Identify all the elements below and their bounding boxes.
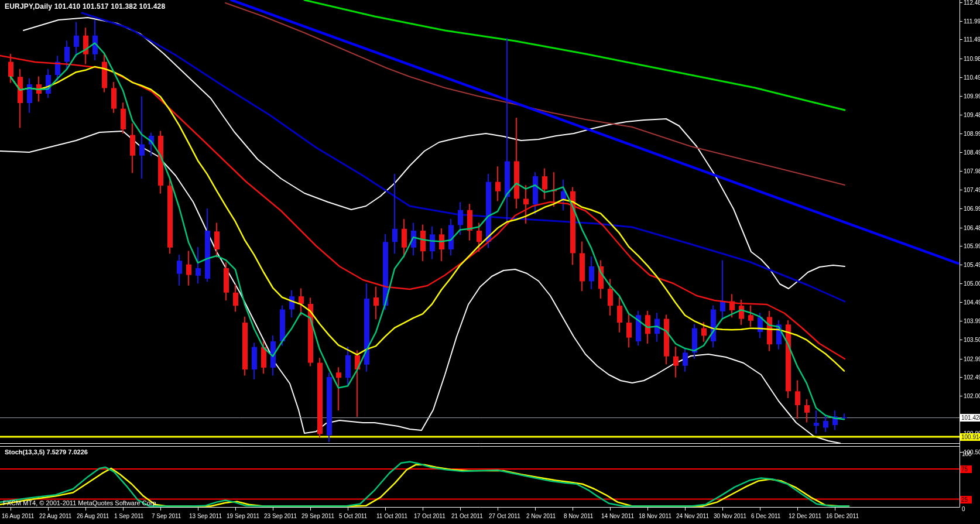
axis-tick-label: 7 Sep 2011 <box>152 513 181 519</box>
axis-tick-label: 13 Sep 2011 <box>189 513 222 519</box>
axis-tick-label: 100 <box>962 451 972 457</box>
axis-tick-label: 108.990 <box>964 131 980 137</box>
axis-tick-label: 106.995 <box>964 206 980 212</box>
stoch-level-75-badge: 75 <box>960 465 972 473</box>
axis-tick-label: 12 Dec 2011 <box>789 513 821 519</box>
current-price-badge: 101.428 <box>960 414 980 422</box>
axis-tick-label: 26 Aug 2011 <box>77 513 109 519</box>
axis-tick-label: 108.495 <box>964 149 980 156</box>
axis-tick-label: 6 Dec 2011 <box>751 513 780 519</box>
axis-tick-label: 16 Dec 2011 <box>826 513 859 519</box>
axis-tick-label: 111.990 <box>964 18 980 25</box>
axis-tick-label: 105.495 <box>964 262 980 268</box>
axis-tick-label: 21 Oct 2011 <box>451 513 483 519</box>
axis-tick-label: 105.000 <box>964 280 980 287</box>
axis-tick-label: 24 Nov 2011 <box>676 513 709 519</box>
axis-tick-label: 8 Nov 2011 <box>564 513 593 519</box>
axis-tick-label: 30 Nov 2011 <box>714 513 746 519</box>
axis-tick-label: 102.495 <box>964 374 980 381</box>
axis-tick-label: 107.985 <box>964 168 980 174</box>
axis-tick-label: 111.495 <box>964 36 980 43</box>
axis-tick-label: 110.985 <box>964 56 980 62</box>
axis-tick-label: 2 Nov 2011 <box>526 513 556 519</box>
support-price-badge: 100.914 <box>960 433 980 441</box>
axis-tick-label: 106.485 <box>964 225 980 231</box>
stoch-indicator-label: Stoch(13,3,5) 7.5279 7.0226 <box>5 448 88 455</box>
axis-tick-label: 22 Aug 2011 <box>39 513 71 519</box>
copyright-label: FXCM MT4, © 2001-2011 MetaQuotes Softwar… <box>3 499 158 506</box>
axis-tick-label: 11 Oct 2011 <box>376 513 407 519</box>
axis-tick-label: 105.990 <box>964 243 980 249</box>
mt4-chart-window: EURJPY,Daily 101.410 101.517 101.382 101… <box>0 0 980 524</box>
axis-tick-label: 102.000 <box>964 393 980 399</box>
axis-tick-label: 103.500 <box>964 337 980 343</box>
axis-tick-label: 107.490 <box>964 187 980 193</box>
axis-tick-label: 17 Oct 2011 <box>414 513 446 519</box>
axis-tick-label: 14 Nov 2011 <box>601 513 634 519</box>
axis-tick-label: 102.990 <box>964 356 980 362</box>
axis-tick-label: 103.995 <box>964 318 980 324</box>
axis-tick-label: 112.485 <box>964 0 980 6</box>
axis-tick-label: 1 Sep 2011 <box>114 513 143 519</box>
axis-tick-label: 104.490 <box>964 299 980 306</box>
stoch-level-25-badge: 25 <box>960 496 972 504</box>
axis-tick-label: 109.995 <box>964 93 980 100</box>
axis-tick-label: 19 Sep 2011 <box>227 513 259 519</box>
axis-tick-label: 18 Nov 2011 <box>639 513 671 519</box>
axis-tick-label: 27 Oct 2011 <box>489 513 520 519</box>
chart-title: EURJPY,Daily 101.410 101.517 101.382 101… <box>5 2 165 11</box>
axis-tick-label: 5 Oct 2011 <box>339 513 367 519</box>
chart-canvas[interactable] <box>0 0 980 524</box>
axis-tick-label: 110.490 <box>964 74 980 81</box>
axis-tick-label: 23 Sep 2011 <box>264 513 297 519</box>
axis-tick-label: 0 <box>962 506 965 512</box>
axis-tick-label: 109.485 <box>964 112 980 118</box>
axis-tick-label: 29 Sep 2011 <box>301 513 334 519</box>
axis-tick-label: 16 Aug 2011 <box>2 513 34 519</box>
